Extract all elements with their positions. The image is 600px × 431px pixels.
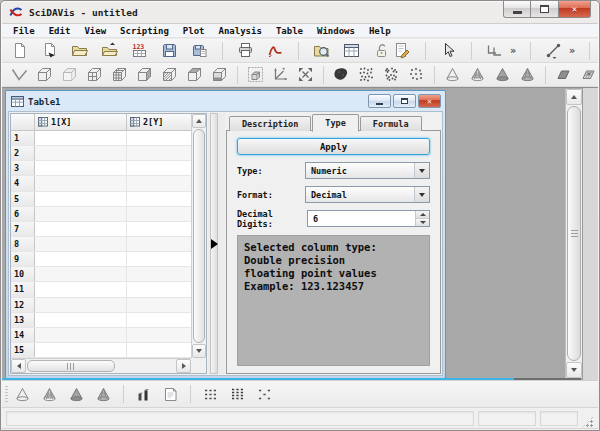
table-cell[interactable] [35, 343, 127, 357]
grid-dots-1-icon[interactable] [200, 384, 221, 405]
tab-formula[interactable]: Formula [360, 116, 422, 131]
table-cell[interactable] [35, 252, 127, 266]
grid-dots-3-icon[interactable] [254, 384, 275, 405]
save-icon[interactable] [159, 40, 180, 61]
scroll-down-button[interactable] [566, 362, 582, 378]
spin-up-button[interactable] [416, 211, 429, 219]
print-icon[interactable] [235, 40, 256, 61]
row-header-3[interactable]: 3 [11, 161, 35, 175]
table-cell[interactable] [35, 222, 127, 236]
table-cell[interactable] [35, 282, 127, 296]
scatter-dots-2-icon[interactable] [381, 64, 402, 85]
table-cell[interactable] [127, 282, 191, 296]
table-cell[interactable] [35, 176, 127, 190]
sheet-icon[interactable] [160, 384, 181, 405]
bars-3d-icon[interactable] [133, 384, 154, 405]
folder-arrow-icon[interactable] [99, 40, 120, 61]
cone-solid-icon[interactable] [492, 64, 513, 85]
cube-hatch-top-icon[interactable] [184, 64, 205, 85]
table1-minimize-button[interactable] [368, 94, 391, 108]
menu-item-help[interactable]: Help [362, 24, 398, 38]
export-pdf-icon[interactable] [265, 40, 286, 61]
table-cell[interactable] [127, 298, 191, 312]
row-header-14[interactable]: 14 [11, 328, 35, 342]
cube-hatch-side-icon[interactable] [134, 64, 155, 85]
table-vertical-scrollbar[interactable] [191, 114, 206, 358]
table-cell[interactable] [127, 207, 191, 221]
cube-hatch-lines-icon[interactable] [159, 64, 180, 85]
toolbar-extension-arrow[interactable]: » [510, 45, 518, 56]
spin-down-button[interactable] [416, 219, 429, 226]
row-header-1[interactable]: 1 [11, 131, 35, 145]
edit-note-icon[interactable] [392, 40, 413, 61]
tab-description[interactable]: Description [229, 116, 311, 131]
row-header-11[interactable]: 11 [11, 282, 35, 296]
splitter-handle[interactable] [210, 113, 218, 374]
spinbox-value[interactable]: 6 [313, 214, 318, 224]
zoom-folder-icon[interactable] [311, 40, 332, 61]
workspace-scroll-thumb[interactable] [567, 106, 581, 361]
cone-solid-icon[interactable] [66, 384, 87, 405]
maximize-button[interactable] [531, 1, 559, 18]
table-cell[interactable] [35, 131, 127, 145]
box-ghost-icon[interactable] [59, 64, 80, 85]
curve-v-icon[interactable] [9, 64, 30, 85]
minimize-button[interactable] [503, 1, 531, 18]
zoom-axes-icon[interactable] [484, 40, 505, 61]
row-header-9[interactable]: 9 [11, 252, 35, 266]
format-combobox[interactable]: Decimal [305, 186, 430, 203]
table-cell[interactable] [127, 237, 191, 251]
vertical-scroll-thumb[interactable] [193, 129, 205, 343]
table-cell[interactable] [35, 328, 127, 342]
scroll-up-button[interactable] [192, 114, 206, 128]
table-cell[interactable] [35, 146, 127, 160]
table1-restore-button[interactable] [393, 94, 416, 108]
row-header-8[interactable]: 8 [11, 237, 35, 251]
cone-wire-icon[interactable] [442, 64, 463, 85]
blank-document-icon[interactable] [9, 40, 30, 61]
pointer-arrow-icon[interactable] [438, 40, 459, 61]
scroll-right-button[interactable] [176, 359, 191, 373]
scatter-blob-icon[interactable] [331, 64, 352, 85]
document-arrow-icon[interactable] [39, 40, 60, 61]
scroll-down-button[interactable] [192, 344, 206, 358]
plane-solid-icon[interactable] [553, 64, 574, 85]
table-cell[interactable] [127, 343, 191, 357]
menu-item-windows[interactable]: Windows [310, 24, 362, 38]
table-cell[interactable] [127, 313, 191, 327]
open-folder-icon[interactable] [69, 40, 90, 61]
cone-wire-icon[interactable] [12, 384, 33, 405]
cone-mesh-icon[interactable] [467, 64, 488, 85]
axes-corner-icon[interactable] [270, 64, 291, 85]
table-cell[interactable] [35, 192, 127, 206]
resize-grip[interactable] [582, 416, 594, 428]
column-header-2[interactable]: 2[Y] [127, 114, 191, 130]
table-cell[interactable] [127, 146, 191, 160]
toolbar-extension-arrow[interactable]: » [569, 45, 577, 56]
table-cell[interactable] [127, 131, 191, 145]
row-header-4[interactable]: 4 [11, 176, 35, 190]
table-cell[interactable] [127, 328, 191, 342]
table-cell[interactable] [127, 252, 191, 266]
menu-item-view[interactable]: View [77, 24, 113, 38]
new-table-123-icon[interactable]: 123 [129, 40, 150, 61]
menu-item-table[interactable]: Table [269, 24, 310, 38]
table-cell[interactable] [35, 161, 127, 175]
splitter[interactable] [208, 113, 225, 374]
plane-mesh-icon[interactable] [578, 64, 599, 85]
menu-item-plot[interactable]: Plot [176, 24, 212, 38]
table-horizontal-scrollbar[interactable] [11, 358, 191, 373]
row-header-10[interactable]: 10 [11, 267, 35, 281]
table-cell[interactable] [35, 298, 127, 312]
menu-item-edit[interactable]: Edit [42, 24, 78, 38]
menu-item-file[interactable]: File [6, 24, 42, 38]
cube-hatch-bottom-icon[interactable] [209, 64, 230, 85]
row-header-15[interactable]: 15 [11, 343, 35, 357]
collapse-panel-arrow-icon[interactable] [211, 239, 218, 249]
apply-button[interactable]: Apply [237, 138, 430, 155]
table-cell[interactable] [127, 222, 191, 236]
table-cell[interactable] [127, 176, 191, 190]
scroll-up-button[interactable] [566, 89, 582, 105]
line-tool-icon[interactable] [543, 40, 564, 61]
horizontal-scroll-thumb[interactable] [27, 360, 115, 372]
